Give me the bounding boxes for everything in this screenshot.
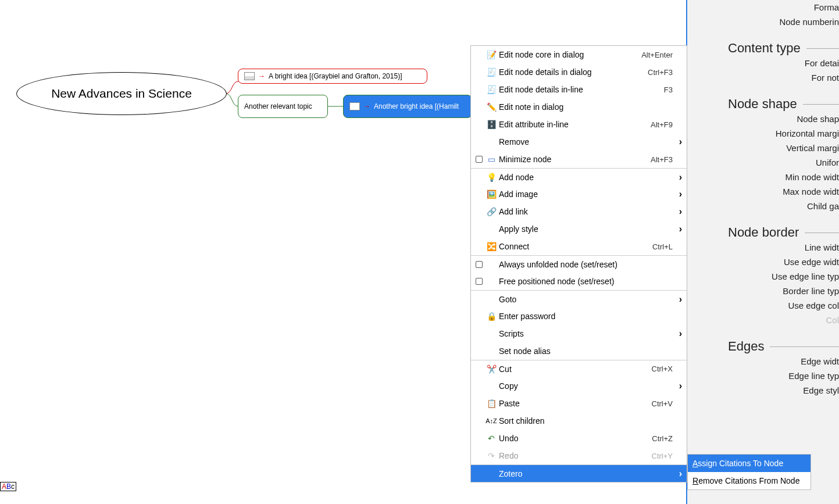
menu-remove[interactable]: Remove ›	[471, 133, 687, 151]
attribute-icon: 🗄️	[485, 120, 498, 129]
menu-enter-password[interactable]: 🔒 Enter password	[471, 308, 687, 325]
panel-row: Max node widt	[687, 184, 839, 199]
undo-icon: ↶	[485, 434, 498, 443]
panel-row: For not	[687, 70, 839, 85]
panel-row: Edge line typ	[687, 369, 839, 383]
checkbox-icon	[476, 278, 483, 285]
menu-edit-node-details-dialog[interactable]: 🧾 Edit node details in dialog Ctrl+F3	[471, 63, 687, 81]
checkbox-icon	[476, 156, 483, 163]
chevron-right-icon: ›	[673, 172, 682, 183]
child-node-topic[interactable]: Another relevant topic	[238, 95, 328, 118]
panel-header-node-shape: Node shape	[687, 96, 839, 112]
scissors-icon: ✂️	[485, 364, 498, 374]
menu-redo[interactable]: ↷ Redo Ctrl+Y	[471, 447, 687, 464]
panel-row: Node shap	[687, 112, 839, 126]
chevron-right-icon: ›	[673, 328, 682, 339]
abc-c: c	[11, 482, 15, 491]
menu-add-link[interactable]: 🔗 Add link ›	[471, 203, 687, 220]
chevron-right-icon: ›	[673, 189, 682, 199]
submenu-assign-citations[interactable]: Assign Citations To Node	[688, 455, 811, 472]
panel-row: Line widt	[687, 240, 839, 255]
root-node[interactable]: New Advances in Science	[16, 72, 227, 115]
lock-icon: 🔒	[485, 312, 498, 321]
image-icon: 🖼️	[485, 190, 498, 199]
child-node-label: Another bright idea [(Hamilt	[374, 102, 459, 110]
panel-row: Min node widt	[687, 170, 839, 184]
chevron-right-icon: ›	[673, 206, 682, 217]
menu-undo[interactable]: ↶ Undo Ctrl+Z	[471, 430, 687, 447]
panel-row: Use edge line typ	[687, 269, 839, 284]
menu-zotero[interactable]: Zotero ›	[471, 464, 687, 482]
sort-icon: A↕Z	[485, 417, 498, 424]
menu-scripts[interactable]: Scripts ›	[471, 325, 687, 342]
panel-row: Forma	[687, 0, 839, 15]
bulb-icon: 💡	[485, 173, 498, 182]
link-icon: 🔗	[485, 207, 498, 216]
menu-goto[interactable]: Goto ›	[471, 290, 687, 308]
menu-minimize-node[interactable]: ▭ Minimize node Alt+F3	[471, 151, 687, 168]
table-icon	[244, 72, 255, 80]
submenu-label: Remove Citations From Node	[692, 476, 799, 485]
panel-row: Border line typ	[687, 284, 839, 298]
panel-row: Child ga	[687, 199, 839, 213]
panel-row: Node numberin	[687, 15, 839, 29]
zotero-submenu: Assign Citations To Node Remove Citation…	[687, 454, 811, 490]
panel-header-node-border: Node border	[687, 225, 839, 240]
child-node-label: Another relevant topic	[244, 102, 312, 110]
chevron-right-icon: ›	[673, 294, 682, 305]
child-node-idea1[interactable]: → A bright idea [(Graybiel and Grafton, …	[238, 69, 427, 84]
format-panel[interactable]: Forma Node numberin Content type For det…	[686, 0, 839, 504]
menu-copy[interactable]: Copy ›	[471, 377, 687, 395]
panel-row: Col	[687, 313, 839, 327]
menu-set-node-alias[interactable]: Set node alias	[471, 342, 687, 360]
arrow-icon: →	[258, 72, 265, 80]
root-node-label: New Advances in Science	[51, 85, 192, 101]
submenu-remove-citations[interactable]: Remove Citations From Node	[688, 472, 811, 489]
panel-row: Use edge col	[687, 298, 839, 313]
clipboard-icon: 📋	[485, 399, 498, 408]
text-format-indicator[interactable]: ABc	[0, 482, 16, 491]
menu-paste[interactable]: 📋 Paste Ctrl+V	[471, 395, 687, 412]
panel-row: Use edge widt	[687, 255, 839, 269]
child-node-selected[interactable]: → Another bright idea [(Hamilt	[343, 95, 472, 118]
arrow-icon: →	[363, 102, 370, 110]
panel-row: Vertical margi	[687, 141, 839, 155]
submenu-label: Assign Citations To Node	[692, 459, 783, 468]
menu-apply-style[interactable]: Apply style ›	[471, 220, 687, 238]
menu-add-node[interactable]: 💡 Add node ›	[471, 168, 687, 185]
details-icon: 🧾	[485, 67, 498, 77]
table-icon	[349, 102, 360, 110]
node-edit-icon: 📝	[485, 50, 498, 59]
menu-always-unfolded[interactable]: Always unfolded node (set/reset)	[471, 255, 687, 273]
panel-header-content-type: Content type	[687, 41, 839, 56]
abc-a: A	[2, 482, 6, 491]
note-icon: ✏️	[485, 102, 498, 112]
panel-row: Unifor	[687, 155, 839, 170]
panel-row: Edge widt	[687, 354, 839, 369]
connect-icon: 🔀	[485, 242, 498, 251]
menu-cut[interactable]: ✂️ Cut Ctrl+X	[471, 360, 687, 377]
menu-edit-note[interactable]: ✏️ Edit note in dialog	[471, 98, 687, 116]
panel-header-edges: Edges	[687, 339, 839, 354]
menu-sort-children[interactable]: A↕Z Sort children	[471, 412, 687, 430]
chevron-right-icon: ›	[673, 224, 682, 234]
chevron-right-icon: ›	[673, 381, 682, 391]
chevron-right-icon: ›	[673, 137, 682, 147]
panel-row: Horizontal margi	[687, 126, 839, 141]
abc-b: B	[6, 482, 11, 491]
menu-add-image[interactable]: 🖼️ Add image ›	[471, 185, 687, 203]
child-node-label: A bright idea [(Graybiel and Grafton, 20…	[269, 72, 402, 80]
details-inline-icon: 🧾	[485, 85, 498, 94]
menu-edit-node-details-inline[interactable]: 🧾 Edit node details in-line F3	[471, 81, 687, 98]
panel-row: Edge styl	[687, 383, 839, 398]
menu-edit-attribute[interactable]: 🗄️ Edit attribute in-line Alt+F9	[471, 116, 687, 133]
redo-icon: ↷	[485, 451, 498, 460]
chevron-right-icon: ›	[673, 469, 682, 479]
minimize-icon: ▭	[485, 155, 498, 164]
context-menu: 📝 Edit node core in dialog Alt+Enter 🧾 E…	[470, 45, 687, 482]
panel-row: For detai	[687, 56, 839, 70]
checkbox-icon	[476, 261, 483, 268]
menu-edit-node-core[interactable]: 📝 Edit node core in dialog Alt+Enter	[471, 46, 687, 63]
menu-free-positioned[interactable]: Free positioned node (set/reset)	[471, 273, 687, 290]
menu-connect[interactable]: 🔀 Connect Ctrl+L	[471, 238, 687, 255]
